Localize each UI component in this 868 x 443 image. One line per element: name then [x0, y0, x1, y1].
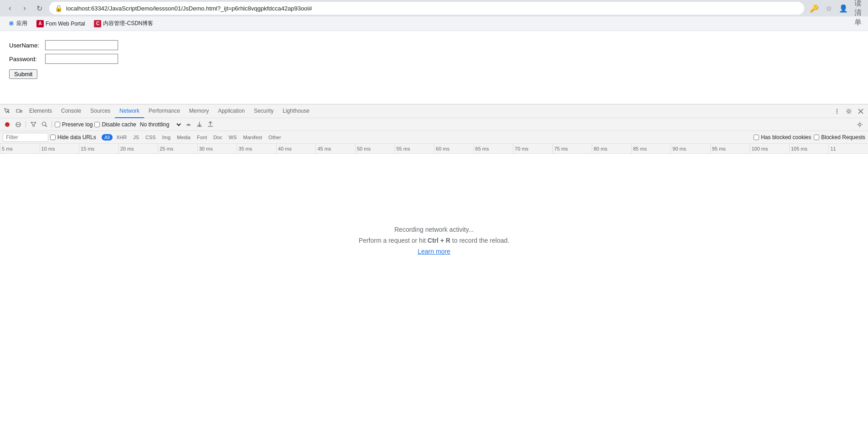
filter-type-ws[interactable]: WS	[226, 134, 240, 141]
ruler-tick: 50 ms	[355, 144, 395, 153]
back-button[interactable]: ‹	[4, 2, 16, 15]
svg-rect-0	[16, 109, 20, 112]
network-conditions-button[interactable]	[184, 120, 193, 129]
tab-sources[interactable]: Sources	[86, 104, 115, 118]
reading-list-button[interactable]: 阅读清单	[852, 2, 864, 15]
svg-point-5	[848, 110, 850, 112]
ruler-tick: 45 ms	[315, 144, 355, 153]
tab-network[interactable]: Network	[115, 104, 144, 118]
filter-bar: Hide data URLs All XHR JS CSS Img Media …	[0, 131, 868, 144]
blocked-requests-input[interactable]	[814, 135, 819, 140]
inspect-element-button[interactable]	[2, 106, 13, 117]
filter-type-doc[interactable]: Doc	[211, 134, 225, 141]
disable-cache-input[interactable]	[94, 122, 100, 127]
devtools-header-left	[2, 106, 25, 117]
ruler-tick: 105 ms	[789, 144, 829, 153]
bookmarks-bar: ⊞ 应用 A Fom Web Portal C 内容管理-CSDN博客	[0, 16, 868, 31]
svg-point-9	[42, 122, 46, 126]
devtools-panel: Elements Console Sources Network Perform…	[0, 104, 868, 327]
settings-button[interactable]	[843, 106, 854, 117]
import-har-button[interactable]	[195, 120, 204, 129]
tab-performance[interactable]: Performance	[144, 104, 185, 118]
devtools-header-right	[832, 106, 866, 117]
ruler-tick: 15 ms	[79, 144, 119, 153]
network-toolbar: Preserve log Disable cache No throttling…	[0, 118, 868, 131]
tab-application[interactable]: Application	[213, 104, 249, 118]
preserve-log-input[interactable]	[55, 122, 60, 127]
bookmark-apps-label: 应用	[16, 20, 27, 27]
filter-type-font[interactable]: Font	[194, 134, 210, 141]
bookmark-csdn-label: 内容管理-CSDN博客	[103, 20, 153, 27]
filter-input[interactable]	[3, 133, 48, 142]
svg-point-3	[837, 110, 837, 111]
tab-console[interactable]: Console	[57, 104, 86, 118]
learn-more-link[interactable]: Learn more	[418, 248, 450, 255]
lock-icon: 🔒	[55, 5, 62, 12]
record-button[interactable]	[3, 120, 12, 129]
close-devtools-button[interactable]	[855, 106, 866, 117]
has-blocked-cookies-checkbox[interactable]: Has blocked cookies	[754, 134, 811, 141]
timeline-ruler: 5 ms10 ms15 ms20 ms25 ms30 ms35 ms40 ms4…	[0, 144, 868, 154]
network-settings-button[interactable]	[854, 119, 865, 130]
filter-right: Has blocked cookies Blocked Requests	[754, 134, 865, 141]
hide-data-urls-checkbox[interactable]: Hide data URLs	[50, 134, 96, 141]
filter-type-manifest[interactable]: Manifest	[240, 134, 265, 141]
has-blocked-cookies-input[interactable]	[754, 135, 759, 140]
username-label: UserName:	[9, 42, 43, 49]
username-row: UserName:	[9, 40, 859, 50]
hide-data-urls-input[interactable]	[50, 135, 56, 140]
address-bar-container[interactable]: 🔒	[49, 2, 804, 15]
bookmark-apps[interactable]: ⊞ 应用	[4, 19, 31, 28]
username-input[interactable]	[45, 40, 118, 50]
ruler-tick: 100 ms	[749, 144, 789, 153]
bookmark-star-button[interactable]: ☆	[822, 2, 835, 15]
submit-button[interactable]: Submit	[9, 69, 37, 79]
page-content: UserName: Password: Submit	[0, 31, 868, 104]
tab-lighthouse[interactable]: Lighthouse	[278, 104, 314, 118]
ruler-tick: 65 ms	[474, 144, 513, 153]
filter-type-xhr[interactable]: XHR	[114, 134, 129, 141]
ruler-tick: 20 ms	[119, 144, 158, 153]
profile-button[interactable]: 👤	[837, 2, 850, 15]
filter-type-other[interactable]: Other	[266, 134, 284, 141]
filter-type-js[interactable]: JS	[130, 134, 142, 141]
preserve-log-checkbox[interactable]: Preserve log	[55, 121, 93, 128]
filter-type-img[interactable]: Img	[160, 134, 173, 141]
tab-security[interactable]: Security	[249, 104, 278, 118]
ruler-tick: 60 ms	[434, 144, 474, 153]
filter-type-all[interactable]: All	[102, 134, 113, 141]
password-input[interactable]	[45, 54, 118, 64]
tab-memory[interactable]: Memory	[185, 104, 213, 118]
submit-row: Submit	[9, 68, 859, 79]
svg-point-11	[188, 125, 189, 126]
tab-elements[interactable]: Elements	[25, 104, 57, 118]
filter-type-media[interactable]: Media	[174, 134, 193, 141]
blocked-requests-checkbox[interactable]: Blocked Requests	[814, 134, 865, 141]
angular-icon: A	[36, 20, 44, 27]
bookmark-csdn[interactable]: C 内容管理-CSDN博客	[90, 19, 157, 28]
search-button[interactable]	[40, 120, 49, 129]
toolbar-divider-2	[52, 121, 52, 128]
filter-type-css[interactable]: CSS	[143, 134, 159, 141]
toolbar-divider-1	[26, 121, 26, 128]
filter-toggle-button[interactable]	[29, 120, 38, 129]
reload-button[interactable]: ↻	[33, 2, 46, 15]
ruler-tick: 75 ms	[553, 144, 592, 153]
svg-point-14	[859, 123, 861, 125]
address-bar[interactable]	[66, 5, 799, 12]
password-label: Password:	[9, 56, 43, 63]
customize-devtools-button[interactable]	[832, 106, 842, 117]
disable-cache-checkbox[interactable]: Disable cache	[94, 121, 136, 128]
ruler-tick: 85 ms	[631, 144, 671, 153]
export-har-button[interactable]	[206, 120, 215, 129]
ruler-tick: 95 ms	[710, 144, 750, 153]
key-button[interactable]: 🔑	[808, 2, 821, 15]
clear-button[interactable]	[14, 120, 23, 129]
forward-button[interactable]: ›	[18, 2, 31, 15]
throttle-select[interactable]: No throttling Fast 3G Slow 3G Offline	[138, 121, 182, 128]
ruler-tick: 25 ms	[158, 144, 197, 153]
bookmark-angular[interactable]: A Fom Web Portal	[33, 19, 88, 28]
device-toolbar-button[interactable]	[14, 106, 25, 117]
request-text: Perform a request or hit Ctrl + R to rec…	[359, 237, 509, 244]
devtools-tabs: Elements Console Sources Network Perform…	[25, 104, 832, 118]
